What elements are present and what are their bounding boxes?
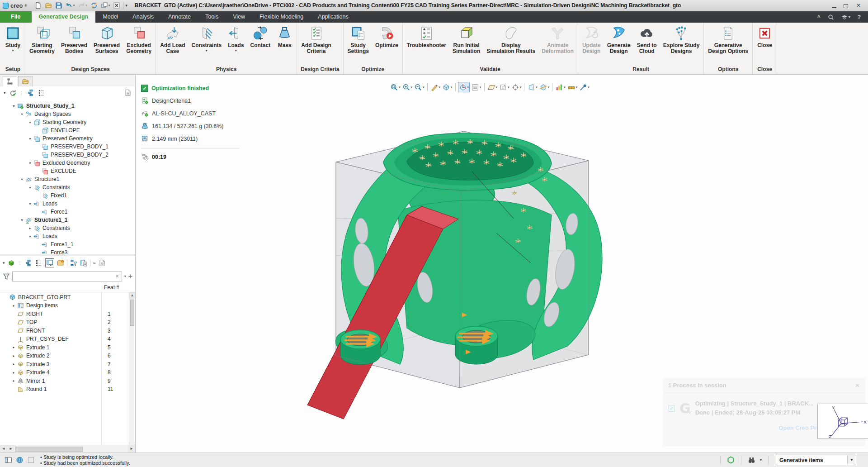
list-filter-dropdown[interactable]: ▾ — [3, 261, 5, 265]
animate-deformation-button[interactable]: AnimateDeformation ▾ — [538, 24, 577, 65]
datum-display-button[interactable]: ▾ — [487, 82, 498, 92]
windows-button[interactable]: ▾ — [100, 1, 111, 10]
zoom-in-button[interactable]: ▾ — [402, 82, 413, 92]
tree-item[interactable]: ▾ Structure1_1 — [0, 216, 135, 224]
tree-columns-toggle[interactable] — [45, 258, 54, 267]
scrollbar-thumb[interactable] — [130, 300, 134, 326]
tree-item[interactable]: ▾ Constraints — [0, 183, 135, 191]
tab-generative-design[interactable]: Generative Design — [32, 11, 96, 23]
list-settings-icon[interactable] — [99, 259, 106, 267]
expand-toggle[interactable]: ▸ — [11, 379, 17, 383]
tree-item[interactable]: Force1 — [0, 208, 135, 216]
vertical-scrollbar[interactable]: ▲ — [129, 292, 135, 445]
close-window-button[interactable]: ✕ — [855, 3, 862, 8]
tree-item[interactable]: ▾ Design Spaces — [0, 110, 135, 118]
scroll-left-arrow[interactable]: ◄ — [0, 445, 7, 453]
process-checkbox[interactable]: ✓ — [668, 405, 675, 412]
update-design-button[interactable]: UpdateDesign ▾ — [579, 24, 604, 65]
run-initial-simulation-button[interactable]: Run InitialSimulation ▾ — [449, 24, 483, 65]
model-check-status-icon[interactable] — [727, 456, 735, 464]
filter-settings-icon[interactable] — [70, 259, 77, 267]
tab-model[interactable]: Model — [95, 11, 125, 23]
model-tree-tab[interactable] — [3, 76, 17, 86]
troubleshooter-button[interactable]: Troubleshooter ▾ — [404, 24, 449, 65]
expand-toggle[interactable]: ▾ — [27, 202, 33, 206]
add-to-favorites-icon[interactable] — [57, 259, 64, 267]
scroll-right-arrow[interactable]: ► — [128, 445, 135, 453]
show-solid-icon[interactable] — [8, 259, 15, 267]
folder-browser-tab[interactable] — [18, 76, 33, 86]
graphics-toolbar-button[interactable]: ▾ — [455, 83, 456, 91]
graphics-toolbar-button[interactable]: ▾ — [427, 83, 428, 91]
tree-item[interactable]: Fixed1 — [0, 191, 135, 200]
close-notification-icon[interactable]: ✕ — [855, 382, 860, 389]
study-button[interactable]: Study ▾ — [2, 24, 24, 65]
explore-study-designs-button[interactable]: Explore StudyDesigns ▾ — [660, 24, 703, 65]
tree-item[interactable]: ▾ Excluded Geometry — [0, 159, 135, 167]
tab-file[interactable]: File — [0, 11, 32, 23]
tab-analysis[interactable]: Analysis — [125, 11, 161, 23]
feature-row[interactable]: ▸ Extrude 1 5 — [0, 343, 135, 352]
feature-row[interactable]: ▸ Extrude 4 8 — [0, 368, 135, 377]
generate-design-button[interactable]: GenerateDesign ▾ — [604, 24, 634, 65]
expand-all-icon[interactable] — [25, 259, 33, 267]
open-button[interactable]: ▾ — [44, 1, 53, 10]
feature-row[interactable]: ▸ Mirror 1 9 — [0, 377, 135, 386]
collapse-all-icon[interactable] — [35, 259, 42, 267]
redo-button[interactable]: ▾ — [77, 1, 88, 10]
section-view-button[interactable]: ▾ — [539, 82, 550, 92]
horizontal-scrollbar[interactable]: ◄ ► ► — [0, 445, 135, 453]
tree-filter-dropdown[interactable]: ▾ — [4, 91, 6, 95]
constraints-button[interactable]: Constraints ▾ — [188, 24, 225, 65]
feature-row[interactable]: RIGHT 1 — [0, 310, 135, 319]
annotation-display-button[interactable]: ▾ — [499, 82, 510, 92]
learning-connector-button[interactable]: ▾ — [841, 14, 850, 20]
expand-toggle[interactable]: ▸ — [11, 304, 17, 308]
search-button[interactable] — [828, 14, 834, 20]
new-file-button[interactable]: ▾ — [33, 1, 42, 10]
preserved-surfaces-button[interactable]: PreservedSurfaces ▾ — [90, 24, 123, 65]
expand-toggle[interactable]: ▾ — [27, 120, 33, 124]
expand-toggle[interactable]: ▸ — [11, 354, 17, 358]
maximize-button[interactable] — [844, 4, 848, 8]
tree-item[interactable]: ▾ Loads — [0, 232, 135, 240]
expand-toggle[interactable]: ▾ — [19, 218, 25, 222]
help-button[interactable]: ? — [858, 14, 861, 20]
feature-row[interactable]: ▸ Design Items — [0, 301, 135, 310]
tab-annotate[interactable]: Annotate — [161, 11, 198, 23]
close-window-button[interactable]: ▾ — [112, 1, 121, 10]
expand-toggle[interactable]: ▾ — [11, 104, 17, 108]
analysis-probe-button[interactable]: ▾ — [579, 82, 590, 92]
starting-geometry-button[interactable]: StartingGeometry ▾ — [26, 24, 58, 65]
find-dropdown-arrow[interactable]: ▾ — [760, 458, 762, 462]
tree-item[interactable]: Force3 — [0, 248, 135, 254]
send-to-cloud-button[interactable]: Send toCloud ▾ — [634, 24, 660, 65]
feature-row[interactable]: ▸ Extrude 3 7 — [0, 360, 135, 369]
filter-dropdown-arrow[interactable]: ▾ — [124, 274, 126, 278]
expand-toggle[interactable]: ▸ — [11, 345, 17, 349]
repaint-button[interactable]: ▾ — [430, 82, 441, 92]
results-scale-button[interactable]: ▾ — [567, 82, 578, 92]
loads-button[interactable]: Loads ▾ — [225, 24, 247, 65]
tab-view[interactable]: View — [226, 11, 252, 23]
expand-levels-icon[interactable] — [28, 89, 35, 96]
tree-item[interactable]: ENVELOPE — [0, 126, 135, 134]
scroll-right-arrow[interactable]: ► — [7, 445, 14, 453]
overflow-chevron[interactable]: » — [93, 260, 96, 266]
study-settings-button[interactable]: StudySettings ▾ — [344, 24, 372, 65]
combobox-arrow-icon[interactable]: ▼ — [847, 455, 856, 465]
collapse-levels-icon[interactable] — [38, 89, 45, 96]
excluded-geometry-button[interactable]: ExcludedGeometry ▾ — [123, 24, 155, 65]
feature-row[interactable]: FRONT 3 — [0, 327, 135, 335]
contact-button[interactable]: Contact ▾ — [247, 24, 274, 65]
graphics-toolbar-button[interactable]: ▾ — [524, 83, 524, 91]
feature-row[interactable]: PRT_CSYS_DEF 4 — [0, 335, 135, 343]
tree-item[interactable]: ▾ Structure1 — [0, 175, 135, 183]
undo-button[interactable]: ▾ — [65, 1, 76, 10]
tree-item[interactable]: ▸ Constraints — [0, 224, 135, 232]
tree-settings-icon[interactable] — [124, 89, 132, 96]
tab-flexible-modeling[interactable]: Flexible Modeling — [252, 11, 311, 23]
accessory-window-icon[interactable] — [27, 456, 35, 464]
optimize-button[interactable]: Optimize ▾ — [372, 24, 401, 65]
display-filter-combobox[interactable]: Generative items ▼ — [775, 455, 856, 465]
